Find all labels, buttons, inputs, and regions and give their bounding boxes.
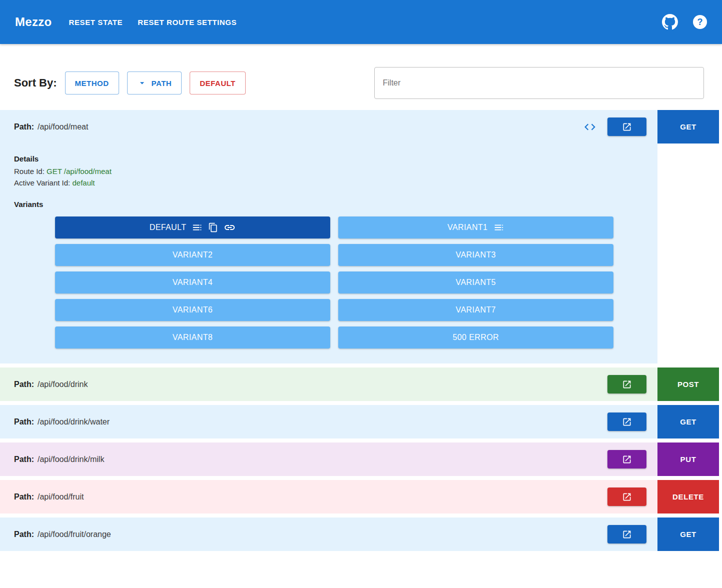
variant-label: VARIANT4 [173, 278, 213, 287]
method-column: PUT [657, 442, 719, 476]
caret-down-icon [137, 78, 147, 88]
details-heading: Details [14, 154, 643, 163]
path-label: Path: [14, 455, 34, 464]
method-column: GET [657, 110, 719, 364]
variant-label: VARIANT7 [456, 306, 496, 314]
reset-route-settings-link[interactable]: RESET ROUTE SETTINGS [138, 18, 237, 26]
route-row-main: Path: /api/food/meat Detai [0, 110, 657, 364]
variant-button-variant5[interactable]: VARIANT5 [338, 272, 613, 294]
path-label: Path: [14, 530, 34, 539]
reset-state-link[interactable]: RESET STATE [69, 18, 123, 26]
route-header[interactable]: Path: /api/food/meat [0, 110, 657, 144]
route-row-main: Path: /api/food/drink [0, 368, 657, 401]
variant-button-variant6[interactable]: VARIANT6 [55, 299, 330, 321]
variant-button-variant8[interactable]: VARIANT8 [55, 326, 330, 348]
variant-button-variant3[interactable]: VARIANT3 [338, 244, 613, 266]
method-button-get[interactable]: GET [657, 110, 719, 144]
variant-button-variant4[interactable]: VARIANT4 [55, 272, 330, 294]
variant-label: VARIANT1 [447, 223, 487, 232]
path-value: /api/food/meat [38, 122, 88, 132]
open-in-new-button[interactable] [607, 412, 646, 431]
active-variant-value: default [72, 178, 95, 187]
github-icon[interactable] [662, 14, 678, 30]
code-icon[interactable] [583, 120, 596, 134]
path-value: /api/food/fruit/orange [38, 530, 111, 539]
open-in-new-button[interactable] [607, 488, 646, 506]
route-row-main: Path: /api/food/drink/milk [0, 442, 657, 476]
active-variant-label: Active Variant Id: [14, 178, 70, 187]
route-row: Path: /api/food/fruit DELETE [0, 480, 719, 514]
open-in-new-button[interactable] [607, 118, 646, 136]
route-header[interactable]: Path: /api/food/fruit/orange [0, 518, 657, 551]
route-header[interactable]: Path: /api/food/drink/milk [0, 442, 657, 476]
sort-method-button[interactable]: METHOD [65, 72, 119, 94]
path-value: /api/food/drink/milk [38, 455, 104, 464]
method-button-put[interactable]: PUT [657, 442, 719, 476]
route-row-main: Path: /api/food/fruit/orange [0, 518, 657, 551]
method-column: GET [657, 405, 719, 438]
path-value: /api/food/drink [38, 380, 88, 389]
variant-button-variant7[interactable]: VARIANT7 [338, 299, 613, 321]
route-row: Path: /api/food/drink/water GET [0, 405, 719, 438]
help-question-mark: ? [693, 15, 707, 29]
filter-input[interactable] [374, 67, 704, 99]
route-row: Path: /api/food/drink/milk PUT [0, 442, 719, 476]
route-list: Path: /api/food/meat Detai [0, 110, 719, 551]
open-in-new-button[interactable] [607, 375, 646, 394]
method-column: GET [657, 518, 719, 551]
variant-label: VARIANT5 [456, 278, 496, 287]
route-header-actions [607, 488, 646, 506]
route-row: Path: /api/food/meat Detai [0, 110, 719, 364]
link-icon [224, 222, 236, 234]
method-button-delete[interactable]: DELETE [657, 480, 719, 514]
method-button-post[interactable]: POST [657, 368, 719, 401]
route-header[interactable]: Path: /api/food/fruit [0, 480, 657, 514]
route-header[interactable]: Path: /api/food/drink [0, 368, 657, 401]
variant-button-default[interactable]: DEFAULT [55, 216, 330, 238]
variant-button-variant1[interactable]: VARIANT1 [338, 216, 613, 238]
list-icon [192, 222, 203, 233]
active-variant-line: Active Variant Id: default [14, 178, 643, 187]
route-header-actions [607, 375, 646, 394]
navbar: Mezzo RESET STATE RESET ROUTE SETTINGS ? [0, 0, 722, 44]
route-header-actions [607, 412, 646, 431]
variant-button-variant2[interactable]: VARIANT2 [55, 244, 330, 266]
method-button-get[interactable]: GET [657, 518, 719, 551]
variant-label: 500 ERROR [453, 333, 499, 342]
variant-label: VARIANT8 [173, 333, 213, 342]
sort-by-label: Sort By: [14, 76, 57, 90]
sort-path-button[interactable]: PATH [127, 72, 182, 94]
toolbar: Sort By: METHOD PATH DEFAULT [0, 44, 722, 110]
app-brand: Mezzo [15, 15, 52, 29]
path-label: Path: [14, 418, 34, 426]
sort-default-button[interactable]: DEFAULT [190, 72, 246, 94]
variants-heading: Variants [14, 200, 643, 208]
route-header-actions [583, 118, 646, 136]
path-label: Path: [14, 122, 34, 132]
variant-label: VARIANT3 [456, 250, 496, 260]
variants-grid: DEFAULTVARIANT1VARIANT2VARIANT3VARIANT4V… [55, 216, 643, 348]
sort-method-label: METHOD [75, 79, 109, 88]
open-in-new-button[interactable] [607, 450, 646, 468]
sort-default-label: DEFAULT [200, 79, 236, 88]
method-button-get[interactable]: GET [657, 405, 719, 438]
route-row: Path: /api/food/fruit/orange GET [0, 518, 719, 551]
variant-button-500-error[interactable]: 500 ERROR [338, 326, 613, 348]
path-value: /api/food/fruit [38, 492, 84, 502]
list-icon [493, 222, 504, 233]
route-id-value: GET /api/food/meat [47, 167, 112, 176]
route-row: Path: /api/food/drink POST [0, 368, 719, 401]
path-label: Path: [14, 492, 34, 502]
variant-label: VARIANT2 [173, 250, 213, 260]
route-id-line: Route Id: GET /api/food/meat [14, 167, 643, 176]
variant-label: DEFAULT [150, 223, 187, 232]
method-column: DELETE [657, 480, 719, 514]
route-row-main: Path: /api/food/fruit [0, 480, 657, 514]
path-label: Path: [14, 380, 34, 389]
path-value: /api/food/drink/water [38, 418, 110, 426]
help-icon[interactable]: ? [693, 15, 707, 29]
route-details: Details Route Id: GET /api/food/meat Act… [0, 144, 657, 364]
route-header[interactable]: Path: /api/food/drink/water [0, 405, 657, 438]
route-header-actions [607, 525, 646, 544]
open-in-new-button[interactable] [607, 525, 646, 544]
